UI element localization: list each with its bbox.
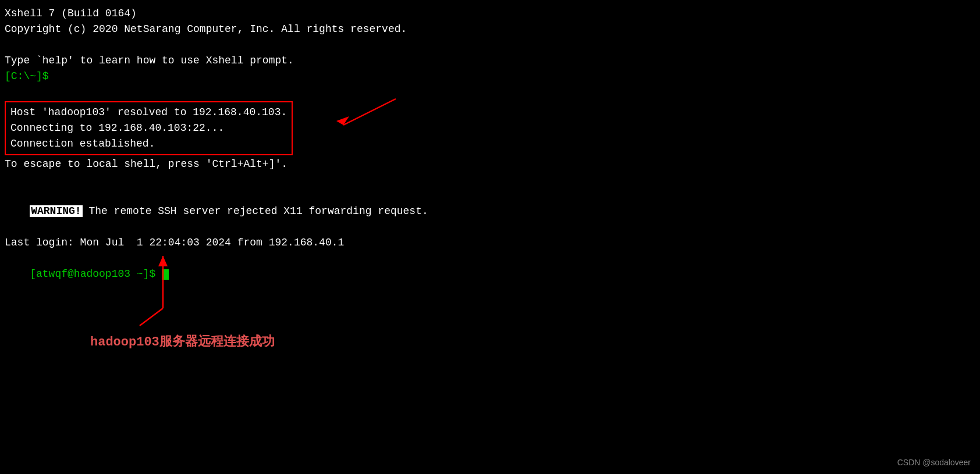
warning-label: WARNING! (30, 205, 82, 217)
success-annotation: hadoop103服务器远程连接成功 (90, 333, 275, 350)
line-title: Xshell 7 (Build 0164) (5, 6, 975, 22)
svg-line-4 (140, 308, 163, 326)
warning-line: WARNING! The remote SSH server rejected … (5, 188, 975, 235)
line-help: Type `help' to learn how to use Xshell p… (5, 53, 975, 69)
prompt1: [C:\~]$ (5, 69, 975, 84)
prompt2: [atwqf@hadoop103 ~]$ (30, 268, 162, 280)
line-blank3 (5, 172, 975, 188)
terminal-output: Xshell 7 (Build 0164) Copyright (c) 2020… (0, 0, 980, 304)
line-blank1 (5, 37, 975, 53)
watermark: CSDN @sodaloveer (897, 458, 971, 467)
conn-line2: Connecting to 192.168.40.103:22... (10, 120, 287, 136)
cursor (162, 269, 169, 280)
conn-line3: Connection established. (10, 136, 287, 152)
line-blank2 (5, 84, 975, 100)
line-copyright: Copyright (c) 2020 NetSarang Computer, I… (5, 22, 975, 37)
prompt2-line: [atwqf@hadoop103 ~]$ (5, 251, 975, 298)
warning-text: The remote SSH server rejected X11 forwa… (83, 205, 428, 217)
conn-line1: Host 'hadoop103' resolved to 192.168.40.… (10, 105, 287, 120)
last-login: Last login: Mon Jul 1 22:04:03 2024 from… (5, 235, 975, 251)
escape-line: To escape to local shell, press 'Ctrl+Al… (5, 156, 975, 172)
connection-box: Host 'hadoop103' resolved to 192.168.40.… (5, 101, 293, 155)
